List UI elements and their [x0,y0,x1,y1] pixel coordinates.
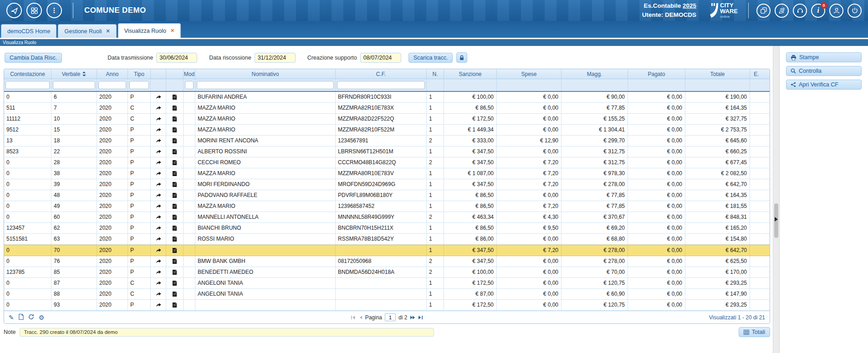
table-row[interactable]: 0492020PMAZZA MARIO1239685874521€ 86,50€… [4,201,770,212]
table-row[interactable]: 8523222020PALBERTO ROSSINILBRRSN66T12H50… [4,146,770,157]
apps-grid-icon[interactable] [26,3,42,18]
panel-expander-icon[interactable] [775,217,778,222]
table-row[interactable]: 0602020PMANNELLI ANTONELLAMNNNNL58R49G99… [4,212,770,223]
table-row[interactable]: 0282020PCECCHI ROMEOCCCRMO48B14G822Q2€ 3… [4,157,770,168]
document-icon[interactable] [166,103,184,113]
table-row[interactable]: 062020PBUFARINI ANDREABFRNDR80R10C933I1€… [4,92,770,103]
column-header-documento[interactable] [166,69,184,79]
forward-arrow-icon[interactable] [151,92,166,102]
table-row[interactable]: 9512152020PMAZZA MARIOMZZMRA82R10F522M1€… [4,125,770,136]
user-icon[interactable] [829,4,843,18]
table-row[interactable]: 13182020PMORINI RENT ANCONA12345678912€ … [4,136,770,146]
last-page-icon[interactable] [418,315,423,320]
column-header-tipo[interactable]: Tipo [128,69,151,79]
vertical-scrollbar[interactable] [773,46,780,353]
creazione-supporto-input[interactable] [360,53,401,63]
document-icon[interactable] [166,245,184,256]
column-header-totale[interactable]: Totale [685,69,750,79]
forward-arrow-icon[interactable] [151,289,166,299]
table-row[interactable]: 123457622020PBIANCHI BRUNOBNCBRN70H15H21… [4,223,770,234]
table-row[interactable]: 123785852020PBENEDETTI AMEDEOBNDMDA56D24… [4,267,770,278]
scarica-tracc-button[interactable]: Scarica tracc. [408,53,453,63]
data-trasmissione-input[interactable] [156,53,197,63]
column-header-spese[interactable]: Spese [497,69,562,79]
data-riscossione-input[interactable] [255,53,296,63]
document-icon[interactable] [166,168,184,179]
column-header-n[interactable]: N. [427,69,444,79]
table-row[interactable]: 11112102020CMAZZA MARIOMZZMRA82D22F522Q1… [4,114,770,125]
document-icon[interactable] [166,234,184,244]
lock-icon[interactable] [456,52,467,63]
prev-page-icon[interactable] [358,315,363,320]
manuals-icon[interactable] [775,4,789,18]
column-header-magg[interactable]: Magg. [562,69,628,79]
launch-icon[interactable] [6,3,22,18]
filter-input-verbale[interactable] [53,81,95,89]
forward-arrow-icon[interactable] [151,245,166,256]
column-header-azione[interactable] [151,69,166,79]
document-icon[interactable] [166,201,184,212]
page-number-input[interactable] [385,313,396,321]
esercizio-value[interactable]: 2025 [683,2,696,9]
tab-visualizza-ruolo[interactable]: Visualizza Ruolo ✕ [118,23,181,38]
table-row[interactable]: 5151581632020PROSSI MARIORSSMRA78B18D542… [4,234,770,245]
forward-arrow-icon[interactable] [151,125,166,135]
column-header-verbale[interactable]: Verbale [51,69,97,79]
edit-pencil-icon[interactable]: ✎ [9,314,14,321]
stampe-button[interactable]: Stampe [786,52,862,62]
column-header-e[interactable]: E. [750,69,763,79]
table-row[interactable]: 0872020CANGELONI TANIA1€ 172,50€ 0,00€ 1… [4,278,770,289]
kebab-menu-icon[interactable] [46,3,62,18]
table-row[interactable]: 0762020PBMW BANK GMBH081720509682€ 347,5… [4,256,770,267]
refresh-icon[interactable] [28,314,34,321]
tab-gestione-ruoli[interactable]: Gestione Ruoli ✕ [58,24,116,38]
document-icon[interactable] [166,136,184,146]
document-icon[interactable] [166,267,184,277]
forward-arrow-icon[interactable] [151,146,166,157]
filter-input-contestazione[interactable] [5,81,50,89]
document-icon[interactable] [166,92,184,102]
filter-input-mod[interactable] [185,81,194,89]
next-page-icon[interactable] [410,315,415,320]
forward-arrow-icon[interactable] [151,190,166,201]
document-icon[interactable] [166,114,184,124]
document-icon[interactable] [166,278,184,288]
document-icon[interactable] [166,223,184,233]
windows-icon[interactable] [756,4,771,18]
document-icon[interactable] [166,212,184,222]
gear-icon[interactable]: ⚙ [39,314,45,321]
filter-input-cf[interactable] [337,81,425,89]
table-row[interactable]: 0702020P1€ 347,50€ 7,20€ 278,00€ 0,00€ 6… [4,245,770,256]
column-header-mod[interactable]: Mod [184,69,195,79]
document-icon[interactable] [166,300,184,310]
logout-power-icon[interactable] [848,4,862,18]
table-row[interactable]: 0882020CANGELONI TANIA1€ 87,00€ 0,00€ 60… [4,289,770,300]
column-header-sanzione[interactable]: Sanzione [444,69,497,79]
filter-input-nominativo[interactable] [197,81,334,89]
forward-arrow-icon[interactable] [151,256,166,267]
forward-arrow-icon[interactable] [151,136,166,146]
close-icon[interactable]: ✕ [106,28,110,34]
forward-arrow-icon[interactable] [151,212,166,222]
forward-arrow-icon[interactable] [151,103,166,113]
column-header-cf[interactable]: C.F. [336,69,427,79]
cambia-data-risc-button[interactable]: Cambia Data Risc. [5,53,62,63]
forward-arrow-icon[interactable] [151,157,166,168]
note-input[interactable] [20,328,434,337]
table-row[interactable]: 0932020P1€ 172,50€ 0,00€ 120,75€ 0,00€ 2… [4,300,770,311]
document-icon[interactable] [166,256,184,267]
controlla-button[interactable]: Controlla [786,66,862,76]
document-icon[interactable] [166,289,184,299]
table-row[interactable]: 0392020PMORI FERDINANDOMROFDN59D24D969G1… [4,179,770,190]
forward-arrow-icon[interactable] [151,278,166,288]
close-icon[interactable]: ✕ [170,28,174,34]
table-row[interactable]: 51172020CMAZZA MARIOMZZMRA82R10E783X1€ 8… [4,103,770,114]
forward-arrow-icon[interactable] [151,234,166,244]
forward-arrow-icon[interactable] [151,300,166,310]
document-icon[interactable] [166,125,184,135]
info-icon[interactable]: i 0 [811,4,825,18]
forward-arrow-icon[interactable] [151,201,166,212]
forward-arrow-icon[interactable] [151,179,166,190]
column-header-anno[interactable]: Anno [97,69,128,79]
totali-button[interactable]: Totali [739,327,770,337]
